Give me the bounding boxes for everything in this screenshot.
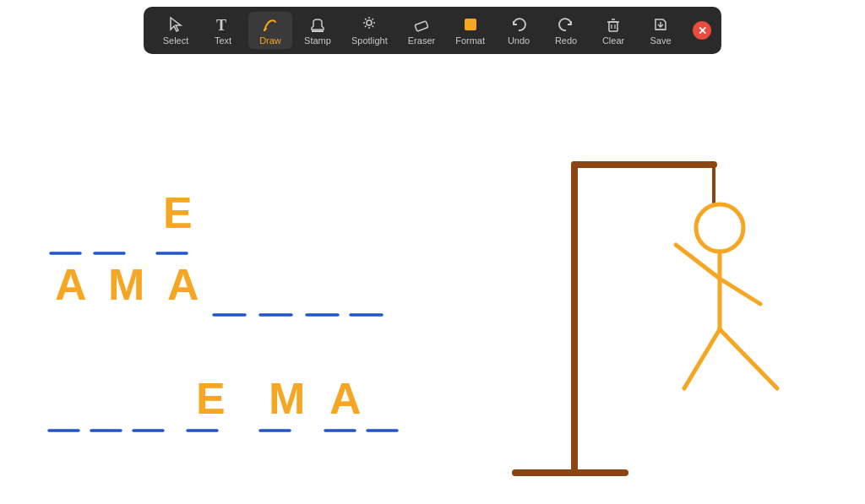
- stamp-label: Stamp: [304, 35, 331, 46]
- letter-a-3: A: [329, 374, 362, 423]
- svg-line-10: [373, 26, 374, 28]
- undo-icon: [509, 15, 528, 34]
- svg-line-7: [365, 19, 367, 20]
- clear-icon: [604, 15, 623, 34]
- text-label: Text: [215, 35, 231, 46]
- redo-tool[interactable]: Redo: [544, 12, 588, 49]
- draw-icon: [261, 15, 280, 34]
- format-icon: [461, 15, 480, 34]
- stickfigure-head: [696, 204, 743, 252]
- svg-rect-13: [609, 22, 617, 31]
- canvas-area[interactable]: E A M A E M A: [0, 0, 865, 504]
- stickfigure-leg-left: [684, 329, 720, 388]
- redo-icon: [557, 15, 575, 34]
- letter-m-1: M: [108, 260, 144, 309]
- spotlight-icon: [360, 15, 378, 34]
- svg-line-8: [373, 19, 374, 20]
- toolbar: Select T Text Draw Stamp: [144, 7, 721, 54]
- svg-rect-12: [465, 19, 476, 30]
- select-icon: [166, 15, 185, 34]
- save-label: Save: [650, 35, 671, 46]
- letter-m-2: M: [269, 374, 305, 423]
- save-icon: [651, 15, 670, 34]
- eraser-icon: [412, 15, 431, 34]
- text-icon: T: [214, 15, 232, 34]
- eraser-label: Eraser: [408, 35, 435, 46]
- format-label: Format: [455, 35, 485, 46]
- clear-tool[interactable]: Clear: [591, 12, 635, 49]
- close-button[interactable]: ✕: [693, 21, 711, 40]
- letter-e-bottom: E: [196, 374, 226, 423]
- stickfigure-arm-right: [720, 279, 760, 304]
- clear-label: Clear: [602, 35, 624, 46]
- letter-e-top: E: [163, 188, 193, 237]
- undo-label: Undo: [508, 35, 530, 46]
- undo-tool[interactable]: Undo: [497, 12, 541, 49]
- stamp-tool[interactable]: Stamp: [296, 12, 340, 49]
- svg-line-9: [365, 26, 367, 28]
- format-tool[interactable]: Format: [447, 12, 493, 49]
- spotlight-tool[interactable]: Spotlight: [343, 12, 396, 49]
- stickfigure-leg-right: [720, 329, 777, 388]
- text-tool[interactable]: T Text: [201, 12, 245, 49]
- svg-rect-11: [415, 21, 428, 31]
- redo-label: Redo: [555, 35, 577, 46]
- svg-text:T: T: [216, 17, 226, 33]
- save-tool[interactable]: Save: [639, 12, 683, 49]
- letter-a-2: A: [167, 260, 199, 309]
- select-tool[interactable]: Select: [154, 12, 198, 49]
- eraser-tool[interactable]: Eraser: [400, 12, 443, 49]
- close-icon: ✕: [698, 25, 707, 36]
- stamp-icon: [308, 15, 327, 34]
- letter-a-1: A: [55, 260, 87, 309]
- select-label: Select: [163, 35, 189, 46]
- draw-label: Draw: [259, 35, 281, 46]
- spotlight-label: Spotlight: [351, 35, 388, 46]
- svg-point-2: [367, 20, 372, 25]
- draw-tool[interactable]: Draw: [248, 12, 292, 49]
